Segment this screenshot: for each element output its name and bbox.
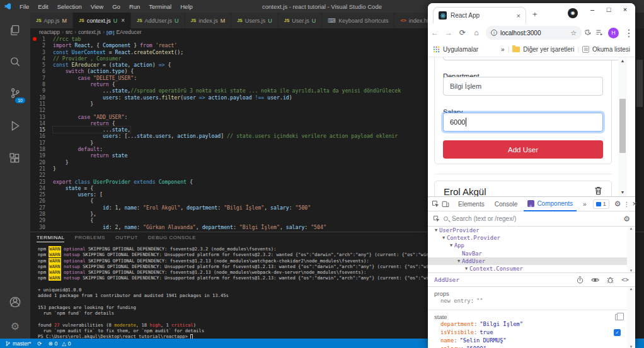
- component-tree-item[interactable]: ▼Context.Provider: [428, 234, 627, 242]
- menu-help[interactable]: Help: [176, 3, 197, 10]
- reading-list-toolbar-icon[interactable]: [595, 29, 603, 36]
- scroll-up-icon[interactable]: ▲: [618, 57, 627, 65]
- editor-tab[interactable]: JSUser.jsU: [279, 13, 323, 28]
- components-search-input[interactable]: Search (text or /regex/): [452, 215, 516, 222]
- devtools-close-icon[interactable]: ×: [632, 199, 636, 208]
- address-bar[interactable]: i localhost:3000 ☆: [486, 26, 582, 40]
- panel-tab-debug-console[interactable]: DEBUG CONSOLE: [148, 235, 196, 242]
- breadcrumb-item[interactable]: src: [66, 29, 72, 35]
- editor-tab[interactable]: ⌨Keyboard Shortcuts: [322, 13, 394, 28]
- editor-scrollbar[interactable]: [636, 60, 643, 107]
- sync-icon[interactable]: ⟳: [37, 340, 42, 347]
- menu-file[interactable]: File: [15, 3, 33, 10]
- extensions-icon[interactable]: [0, 146, 30, 171]
- inspect-dom-eye-icon[interactable]: [591, 277, 599, 283]
- editor-tab[interactable]: JScontext.jsU×: [73, 13, 131, 28]
- breadcrumb-item[interactable]: EAreducer: [116, 29, 141, 35]
- reload-icon[interactable]: ⟳: [456, 28, 469, 37]
- editor-tab[interactable]: JSindex.jsM: [185, 13, 232, 28]
- inspect-element-icon[interactable]: [432, 200, 439, 208]
- panel-tab-problems[interactable]: PROBLEMS: [74, 235, 105, 242]
- panel-tab-output[interactable]: OUTPUT: [115, 235, 138, 242]
- state-row[interactable]: name:"Selin DURMUŞ": [434, 337, 621, 345]
- scroll-up-icon[interactable]: ▲: [627, 287, 635, 291]
- run-debug-icon[interactable]: [0, 113, 30, 138]
- components-settings-gear-icon[interactable]: ⚙: [623, 215, 630, 223]
- browser-menu-icon[interactable]: ⋮: [620, 27, 638, 39]
- bookmark-reading-list[interactable]: Okuma listesi: [592, 46, 630, 53]
- breakpoint-dot[interactable]: [33, 37, 37, 41]
- menu-terminal[interactable]: Terminal: [144, 3, 176, 10]
- component-tree-item[interactable]: ▼App: [428, 242, 627, 249]
- forward-icon[interactable]: →: [442, 28, 456, 37]
- source-control-icon[interactable]: 10: [0, 81, 30, 106]
- tab-close-icon[interactable]: ×: [121, 17, 125, 24]
- menu-go[interactable]: Go: [108, 3, 125, 10]
- department-input[interactable]: Bilgi İşlem: [443, 77, 603, 96]
- salary-input[interactable]: 6000: [443, 113, 603, 132]
- extensions-puzzle-icon[interactable]: [584, 29, 592, 36]
- scrollbar-thumb[interactable]: [619, 99, 626, 153]
- props-scrollbar[interactable]: ▲ ▼: [627, 287, 635, 348]
- breadcrumb-item[interactable]: reactapp: [39, 29, 60, 35]
- profile-avatar[interactable]: H: [608, 28, 619, 38]
- component-tree-item[interactable]: ▼Context.Consumer: [428, 265, 627, 272]
- account-icon[interactable]: [0, 289, 30, 315]
- scroll-up-icon[interactable]: ▲: [627, 227, 635, 230]
- tree-scrollbar[interactable]: ▲ ▼: [627, 227, 635, 272]
- delete-user-trash-icon[interactable]: [594, 186, 602, 195]
- devtools-settings-gear-icon[interactable]: ⚙: [614, 199, 621, 208]
- editor-tab[interactable]: JSUsers.jsU: [231, 13, 279, 28]
- site-info-icon[interactable]: i: [491, 30, 497, 36]
- state-row[interactable]: salary:"6000": [434, 345, 621, 348]
- checked-checkbox[interactable]: ✓: [614, 329, 621, 336]
- issues-badge[interactable]: 1: [593, 199, 609, 209]
- menu-selection[interactable]: Selection: [53, 3, 86, 10]
- maximize-button[interactable]: □: [601, 6, 616, 13]
- browser-tab[interactable]: React App ×: [433, 7, 526, 23]
- add-user-button[interactable]: Add User: [443, 140, 603, 159]
- editor-tab[interactable]: JSAddUser.jsU: [131, 13, 185, 28]
- tab-close-icon[interactable]: ×: [517, 12, 520, 20]
- suspense-timer-icon[interactable]: [577, 276, 584, 284]
- bookmark-other[interactable]: Diğer yer işaretleri: [523, 46, 574, 53]
- tab-elements[interactable]: Elements: [454, 197, 488, 211]
- new-tab-button[interactable]: +: [532, 9, 538, 19]
- panel-tab-terminal[interactable]: TERMINAL: [37, 235, 64, 242]
- component-tree-item[interactable]: ▼AddUser: [428, 257, 627, 265]
- component-tree-item[interactable]: NavBar: [428, 250, 627, 257]
- explorer-icon[interactable]: [0, 18, 30, 43]
- menu-edit[interactable]: Edit: [33, 3, 52, 10]
- devtools-menu-icon[interactable]: ⋮: [623, 201, 630, 208]
- apps-grid-icon[interactable]: [433, 46, 440, 53]
- tab-console[interactable]: Console: [491, 197, 522, 211]
- copy-icon[interactable]: [615, 314, 621, 320]
- debug-bug-icon[interactable]: [607, 276, 614, 284]
- menu-view[interactable]: View: [86, 3, 108, 10]
- media-controls-button[interactable]: ◉: [568, 8, 578, 18]
- scroll-down-icon[interactable]: ▼: [618, 189, 627, 196]
- search-icon[interactable]: [0, 49, 30, 74]
- minimize-button[interactable]: –: [585, 6, 600, 13]
- scroll-down-icon[interactable]: ▼: [627, 345, 635, 348]
- editor-tab[interactable]: JSApp.jsM: [30, 13, 73, 28]
- settings-gear-icon[interactable]: ⚙: [0, 313, 30, 339]
- select-component-icon[interactable]: [433, 215, 440, 222]
- prop-row[interactable]: new entry:"": [434, 297, 621, 305]
- view-source-icon[interactable]: <>: [621, 276, 629, 283]
- bookmark-apps[interactable]: Uygulamalar: [443, 46, 478, 53]
- tab-components[interactable]: Components: [524, 197, 577, 211]
- state-row[interactable]: department:"Bilgi İşlem": [434, 320, 621, 328]
- device-toolbar-icon[interactable]: [442, 200, 449, 208]
- bookmark-star-icon[interactable]: ☆: [570, 29, 577, 37]
- breadcrumb-item[interactable]: context.js: [78, 29, 101, 35]
- problems-indicator[interactable]: ⊗0 △0: [48, 340, 71, 347]
- home-icon[interactable]: ⌂: [469, 28, 483, 37]
- more-tabs-chevron[interactable]: »: [579, 197, 590, 211]
- component-tree-item[interactable]: ▼UserProvider: [428, 227, 627, 234]
- page-scrollbar[interactable]: ▲ ▼: [618, 57, 627, 196]
- menu-run[interactable]: Run: [125, 3, 144, 10]
- bookmarks-overflow[interactable]: »: [501, 46, 505, 53]
- close-button[interactable]: ×: [618, 6, 633, 13]
- git-branch[interactable]: master*: [5, 340, 31, 347]
